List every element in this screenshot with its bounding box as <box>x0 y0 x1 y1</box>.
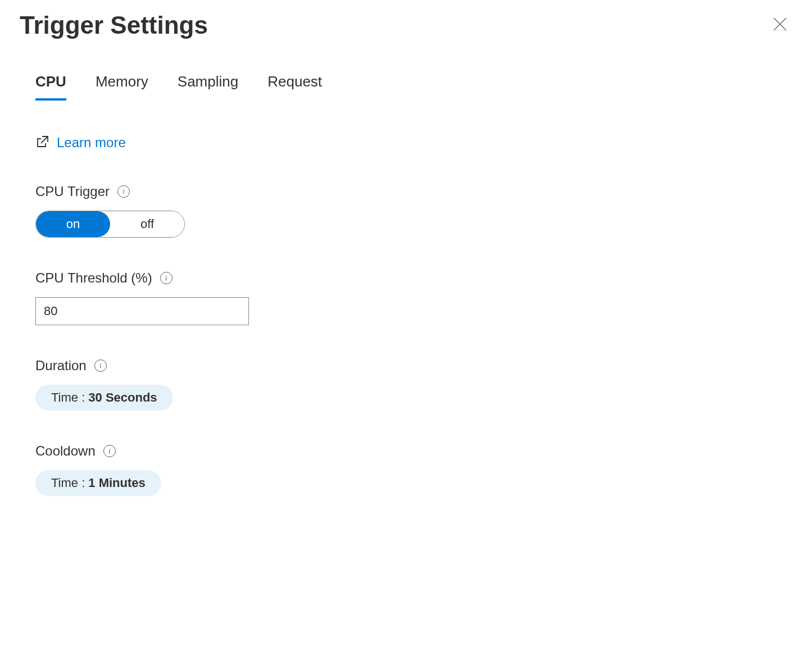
cooldown-field: Cooldown i Time : 1 Minutes <box>35 443 792 496</box>
pill-value: 1 Minutes <box>88 476 145 490</box>
tabs: CPU Memory Sampling Request <box>35 73 792 101</box>
tab-cpu[interactable]: CPU <box>35 73 66 101</box>
tab-memory[interactable]: Memory <box>96 73 148 101</box>
info-icon[interactable]: i <box>103 445 116 457</box>
cpu-trigger-toggle[interactable]: on off <box>35 211 185 238</box>
close-button[interactable] <box>768 12 792 39</box>
cpu-threshold-input[interactable] <box>35 297 249 325</box>
tab-sampling[interactable]: Sampling <box>178 73 238 101</box>
pill-prefix: Time : <box>51 476 85 490</box>
cpu-trigger-field: CPU Trigger i on off <box>35 184 792 238</box>
svg-line-2 <box>41 136 48 143</box>
duration-field: Duration i Time : 30 Seconds <box>35 358 792 411</box>
cooldown-label: Cooldown <box>35 443 96 459</box>
cpu-threshold-label: CPU Threshold (%) <box>35 270 152 286</box>
info-icon[interactable]: i <box>117 185 130 198</box>
cooldown-pill[interactable]: Time : 1 Minutes <box>35 470 161 496</box>
external-link-icon <box>35 134 50 151</box>
info-icon[interactable]: i <box>94 359 107 372</box>
toggle-on[interactable]: on <box>36 211 110 237</box>
cpu-trigger-label: CPU Trigger <box>35 184 110 199</box>
learn-more-link[interactable]: Learn more <box>57 135 126 151</box>
pill-value: 30 Seconds <box>88 390 157 405</box>
duration-pill[interactable]: Time : 30 Seconds <box>35 385 173 411</box>
page-title: Trigger Settings <box>20 11 208 39</box>
pill-prefix: Time : <box>51 390 85 405</box>
tab-request[interactable]: Request <box>267 73 322 101</box>
toggle-off[interactable]: off <box>110 211 184 237</box>
cpu-threshold-field: CPU Threshold (%) i <box>35 270 792 325</box>
close-icon <box>772 16 788 34</box>
duration-label: Duration <box>35 358 87 374</box>
info-icon[interactable]: i <box>160 272 173 284</box>
